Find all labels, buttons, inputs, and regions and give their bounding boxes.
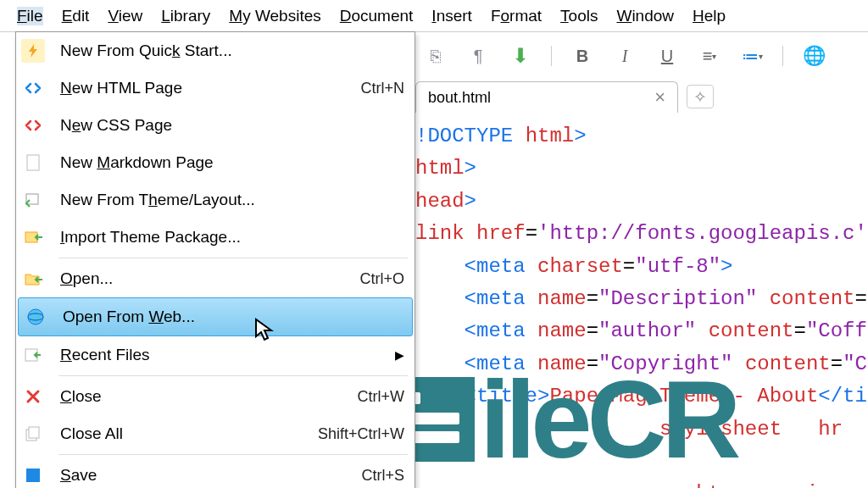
menu-library[interactable]: Library bbox=[161, 7, 210, 25]
menu-item-new-markdown-page[interactable]: New Markdown Page bbox=[16, 144, 415, 181]
menu-shortcut: Ctrl+N bbox=[360, 80, 404, 97]
recent-icon bbox=[21, 343, 45, 367]
pilcrow-icon[interactable]: ¶ bbox=[466, 44, 490, 68]
watermark-text: ileCR bbox=[480, 356, 736, 483]
menu-edit[interactable]: Edit bbox=[62, 7, 90, 25]
close-icon bbox=[21, 385, 45, 408]
menu-item-recent-files[interactable]: Recent Files▶ bbox=[16, 336, 415, 374]
web-icon bbox=[24, 305, 47, 329]
menu-my websites[interactable]: My Websites bbox=[229, 7, 320, 25]
md-icon bbox=[21, 151, 45, 175]
import-icon bbox=[21, 225, 45, 249]
svg-rect-8 bbox=[26, 469, 40, 482]
menu-item-label: New From Quick Start... bbox=[60, 42, 404, 60]
menu-item-new-from-theme-layout-[interactable]: New From Theme/Layout... bbox=[16, 181, 415, 219]
lightning-icon bbox=[21, 39, 45, 63]
save-icon bbox=[21, 463, 45, 487]
menu-format[interactable]: Format bbox=[491, 7, 542, 25]
menu-shortcut: Ctrl+W bbox=[358, 388, 405, 406]
submenu-arrow-icon: ▶ bbox=[395, 348, 404, 362]
menu-item-new-css-page[interactable]: New CSS Page bbox=[16, 107, 415, 144]
css-icon bbox=[21, 114, 45, 137]
menu-tools[interactable]: Tools bbox=[560, 7, 598, 25]
menu-file[interactable]: File bbox=[17, 7, 43, 25]
menu-window[interactable]: Window bbox=[616, 7, 674, 25]
html-icon bbox=[21, 76, 45, 100]
open-icon bbox=[21, 267, 45, 291]
download-icon[interactable]: ⬇ bbox=[509, 44, 532, 68]
align-button[interactable]: ≡▾ bbox=[698, 44, 721, 68]
clone-icon[interactable]: ⎘ bbox=[424, 44, 448, 68]
menu-item-import-theme-package-[interactable]: Import Theme Package... bbox=[16, 219, 415, 256]
menu-item-open-[interactable]: Open...Ctrl+O bbox=[16, 260, 415, 297]
list-button[interactable]: ≔▾ bbox=[740, 44, 764, 68]
menu-item-label: Open From Web... bbox=[63, 308, 402, 326]
menu-shortcut: Ctrl+S bbox=[361, 467, 404, 485]
file-menu[interactable]: New From Quick Start...New HTML PageCtrl… bbox=[15, 31, 415, 488]
globe-icon[interactable]: 🌐 bbox=[802, 44, 826, 68]
theme-icon bbox=[21, 188, 45, 212]
menu-item-label: New HTML Page bbox=[60, 79, 360, 97]
menu-item-new-from-quick-start-[interactable]: New From Quick Start... bbox=[16, 32, 415, 69]
menu-help[interactable]: Help bbox=[693, 7, 726, 25]
menu-item-label: New CSS Page bbox=[60, 116, 404, 135]
menu-item-label: New From Theme/Layout... bbox=[60, 191, 404, 209]
menu-item-label: Save bbox=[60, 466, 361, 485]
watermark: ileCR bbox=[381, 356, 736, 483]
svg-point-3 bbox=[28, 309, 43, 324]
document-tab[interactable]: bout.html × bbox=[415, 81, 678, 113]
menu-item-open-from-web-[interactable]: Open From Web... bbox=[18, 297, 413, 336]
tab-title: bout.html bbox=[428, 89, 491, 107]
svg-rect-7 bbox=[29, 427, 39, 438]
menu-item-label: Import Theme Package... bbox=[60, 228, 404, 247]
menu-item-label: Close bbox=[60, 387, 358, 406]
menu-item-close[interactable]: CloseCtrl+W bbox=[16, 378, 415, 415]
bold-button[interactable]: B bbox=[570, 44, 594, 68]
menu-item-close-all[interactable]: Close AllShift+Ctrl+W bbox=[16, 415, 415, 452]
menu-document[interactable]: Document bbox=[340, 7, 414, 25]
toolbar: ⎘ ¶ ⬇ B I U ≡▾ ≔▾ 🌐 bbox=[424, 37, 826, 75]
menu-item-new-html-page[interactable]: New HTML PageCtrl+N bbox=[16, 69, 415, 107]
menu-shortcut: Ctrl+O bbox=[359, 270, 404, 288]
menu-view[interactable]: View bbox=[108, 7, 142, 25]
tab-close-icon[interactable]: × bbox=[654, 86, 665, 108]
cursor-icon bbox=[254, 318, 275, 349]
menu-item-label: New Markdown Page bbox=[60, 153, 404, 172]
new-tab-button[interactable]: ✧ bbox=[687, 85, 714, 108]
closeall-icon bbox=[21, 422, 45, 446]
underline-button[interactable]: U bbox=[655, 44, 679, 68]
menu-insert[interactable]: Insert bbox=[431, 7, 472, 25]
menu-item-label: Recent Files bbox=[60, 346, 404, 364]
menu-item-save[interactable]: SaveCtrl+S bbox=[16, 457, 415, 488]
italic-button[interactable]: I bbox=[613, 44, 637, 68]
menubar: FileEditViewLibraryMy WebsitesDocumentIn… bbox=[0, 0, 868, 32]
menu-shortcut: Shift+Ctrl+W bbox=[318, 425, 404, 443]
menu-item-label: Open... bbox=[60, 269, 359, 288]
svg-rect-0 bbox=[27, 155, 39, 170]
menu-item-label: Close All bbox=[60, 424, 318, 443]
